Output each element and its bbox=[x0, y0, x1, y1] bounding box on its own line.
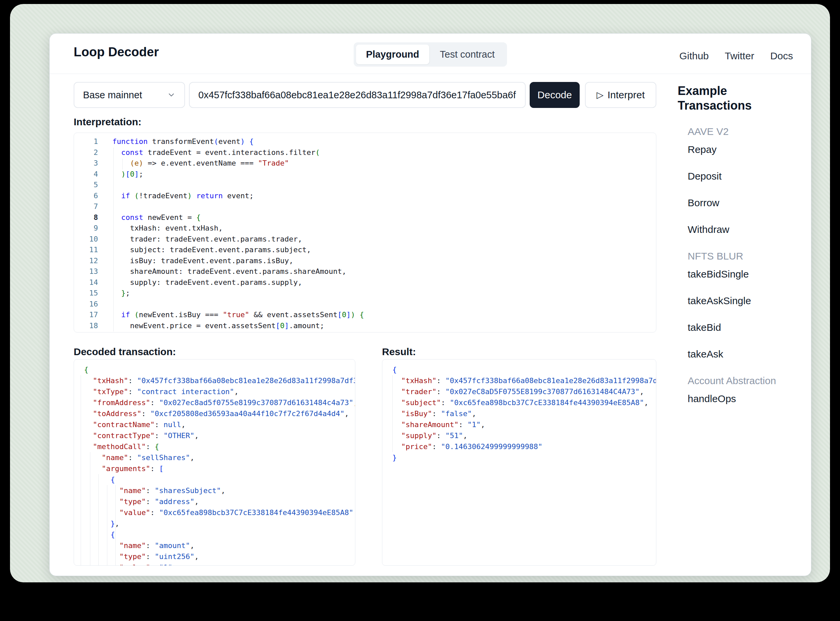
code-line: "txHash": "0x457fcf338baf66a08ebc81ea1e2… bbox=[84, 375, 355, 386]
decode-button[interactable]: Decode bbox=[530, 82, 580, 108]
line-number: 14 bbox=[74, 277, 98, 288]
code-line: { bbox=[392, 364, 657, 375]
example-transactions-sidebar: Example Transactions AAVE V2RepayDeposit… bbox=[678, 83, 800, 420]
play-icon: ▷ bbox=[597, 91, 603, 100]
tab-test-contract[interactable]: Test contract bbox=[430, 45, 505, 64]
code-line: "name": "sharesSubject", bbox=[84, 485, 355, 496]
result-label: Result: bbox=[382, 346, 416, 357]
sidebar-section-header: Account Abstraction bbox=[678, 375, 800, 387]
code-line: "supply": "51", bbox=[392, 430, 657, 441]
code-line: "methodCall": { bbox=[84, 441, 355, 452]
line-number: 9 bbox=[74, 223, 98, 234]
code-line: )[0]; bbox=[112, 169, 364, 180]
line-number: 7 bbox=[74, 201, 98, 212]
code-line: "txType": "contract interaction", bbox=[84, 386, 355, 397]
code-line: "type": "uint256", bbox=[84, 551, 355, 562]
header-divider bbox=[50, 74, 811, 74]
line-number-gutter: 12345678910111213141516171819 bbox=[74, 136, 98, 332]
code-line: { bbox=[84, 364, 355, 375]
line-number: 12 bbox=[74, 256, 98, 267]
line-number: 10 bbox=[74, 234, 98, 245]
code-editor[interactable]: 12345678910111213141516171819 function t… bbox=[74, 133, 657, 332]
code-line: if (newEvent.isBuy === "true" && event.a… bbox=[112, 309, 364, 321]
code-line: }, bbox=[84, 518, 355, 529]
sidebar-item-handleops[interactable]: handleOps bbox=[678, 393, 800, 405]
code-line: newEvent.price = event.assetsSent[0].amo… bbox=[112, 321, 364, 332]
nav-link-docs[interactable]: Docs bbox=[770, 50, 793, 62]
sidebar-item-takebid[interactable]: takeBid bbox=[678, 321, 800, 333]
code-line: "value": "0xc65fea898bcb37C7cE338184fe44… bbox=[84, 507, 355, 518]
code-line: subject: tradeEvent.event.params.subject… bbox=[112, 245, 364, 256]
chevron-down-icon bbox=[167, 91, 176, 99]
sidebar-item-takebidsingle[interactable]: takeBidSingle bbox=[678, 268, 800, 280]
code-line: trader: tradeEvent.event.params.trader, bbox=[112, 234, 364, 245]
code-line: "contractType": "OTHER", bbox=[84, 430, 355, 441]
code-line: const tradeEvent = event.interactions.fi… bbox=[112, 147, 364, 158]
line-number: 18 bbox=[74, 321, 98, 332]
code-line: "name": "amount", bbox=[84, 540, 355, 551]
code-line: function transformEvent(event) { bbox=[112, 136, 364, 147]
line-number: 13 bbox=[74, 266, 98, 277]
line-number: 19 bbox=[74, 331, 98, 332]
line-number: 17 bbox=[74, 309, 98, 321]
code-line: "subject": "0xc65fea898bcb37C7cE338184fe… bbox=[392, 397, 657, 408]
sidebar-title: Example Transactions bbox=[678, 83, 800, 113]
code-line: (e) => e.event.eventName === "Trade" bbox=[112, 158, 364, 169]
code-line: } bbox=[112, 331, 364, 332]
code-line: "type": "address", bbox=[84, 496, 355, 507]
sidebar-item-borrow[interactable]: Borrow bbox=[678, 197, 800, 209]
page-title: Loop Decoder bbox=[74, 45, 159, 59]
code-line bbox=[112, 201, 364, 212]
line-number: 11 bbox=[74, 245, 98, 256]
code-line: "txHash": "0x457fcf338baf66a08ebc81ea1e2… bbox=[392, 375, 657, 386]
code-line: shareAmount: tradeEvent.event.params.sha… bbox=[112, 266, 364, 277]
desktop-background: Loop Decoder PlaygroundTest contract Git… bbox=[10, 4, 830, 582]
line-number: 1 bbox=[74, 136, 98, 147]
tab-playground[interactable]: Playground bbox=[356, 45, 429, 64]
code-line: "arguments": [ bbox=[84, 463, 355, 474]
decoded-transaction-viewer[interactable]: { "txHash": "0x457fcf338baf66a08ebc81ea1… bbox=[74, 359, 355, 566]
code-line: "toAddress": "0xcf205808ed36593aa40a44f1… bbox=[84, 408, 355, 419]
result-viewer[interactable]: { "txHash": "0x457fcf338baf66a08ebc81ea1… bbox=[382, 359, 657, 566]
code-line: "fromAddress": "0x027ec8ad5f0755e8199c37… bbox=[84, 397, 355, 408]
code-line: }; bbox=[112, 288, 364, 299]
line-number: 6 bbox=[74, 191, 98, 201]
sidebar-item-repay[interactable]: Repay bbox=[678, 144, 800, 156]
code-line bbox=[112, 180, 364, 191]
code-line: if (!tradeEvent) return event; bbox=[112, 191, 364, 201]
code-line: "shareAmount": "1", bbox=[392, 419, 657, 430]
code-line: txHash: event.txHash, bbox=[112, 223, 364, 234]
code-line: "name": "sellShares", bbox=[84, 452, 355, 463]
decoded-transaction-label: Decoded transaction: bbox=[74, 346, 176, 357]
code-line: "value": "1" bbox=[84, 562, 355, 566]
app-window: Loop Decoder PlaygroundTest contract Git… bbox=[49, 33, 811, 576]
nav-link-twitter[interactable]: Twitter bbox=[725, 50, 754, 62]
code-line: "price": "0.1463062499999999988" bbox=[392, 441, 657, 452]
code-line: { bbox=[84, 529, 355, 540]
code-line: "contractName": null, bbox=[84, 419, 355, 430]
decode-button-label: Decode bbox=[537, 89, 572, 101]
line-number: 8 bbox=[74, 212, 98, 223]
sidebar-section-header: NFTS BLUR bbox=[678, 250, 800, 262]
sidebar-section-header: AAVE V2 bbox=[678, 126, 800, 138]
code-line: } bbox=[392, 452, 657, 463]
code-line: "isBuy": "false", bbox=[392, 408, 657, 419]
transaction-hash-input[interactable] bbox=[189, 82, 526, 108]
decoded-json-content: { "txHash": "0x457fcf338baf66a08ebc81ea1… bbox=[84, 364, 355, 566]
header-nav: GithubTwitterDocs bbox=[679, 50, 793, 62]
sidebar-item-takeask[interactable]: takeAsk bbox=[678, 348, 800, 360]
mode-tab-group: PlaygroundTest contract bbox=[354, 42, 507, 67]
line-number: 5 bbox=[74, 180, 98, 191]
code-line: { bbox=[84, 474, 355, 485]
line-number: 16 bbox=[74, 299, 98, 310]
interpret-button[interactable]: ▷ Interpret bbox=[585, 82, 657, 108]
line-number: 4 bbox=[74, 169, 98, 180]
line-number: 15 bbox=[74, 288, 98, 299]
nav-link-github[interactable]: Github bbox=[679, 50, 709, 62]
line-number: 2 bbox=[74, 147, 98, 158]
sidebar-item-withdraw[interactable]: Withdraw bbox=[678, 224, 800, 236]
sidebar-item-deposit[interactable]: Deposit bbox=[678, 170, 800, 182]
network-select[interactable]: Base mainnet bbox=[74, 82, 185, 108]
code-line: isBuy: tradeEvent.event.params.isBuy, bbox=[112, 256, 364, 267]
sidebar-item-takeasksingle[interactable]: takeAskSingle bbox=[678, 295, 800, 307]
